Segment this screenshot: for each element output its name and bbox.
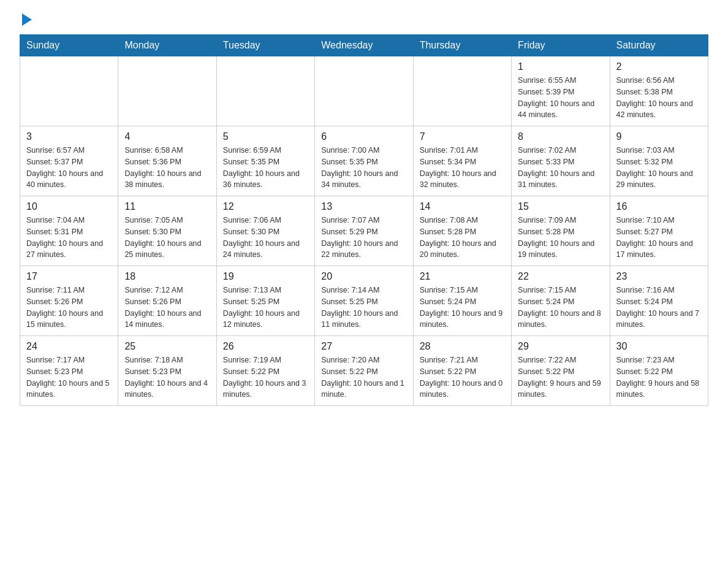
sun-info: Sunrise: 7:09 AMSunset: 5:28 PMDaylight:… (518, 215, 603, 261)
day-number: 29 (518, 341, 603, 352)
col-sunday: Sunday (20, 35, 118, 56)
sun-info: Sunrise: 7:16 AMSunset: 5:24 PMDaylight:… (616, 285, 702, 331)
table-row: 8Sunrise: 7:02 AMSunset: 5:33 PMDaylight… (512, 126, 610, 196)
day-number: 1 (518, 61, 603, 72)
day-number: 9 (616, 131, 702, 142)
sun-info: Sunrise: 7:13 AMSunset: 5:25 PMDaylight:… (223, 285, 308, 331)
day-number: 7 (420, 131, 505, 142)
day-number: 24 (26, 341, 112, 352)
table-row: 18Sunrise: 7:12 AMSunset: 5:26 PMDayligh… (118, 266, 216, 336)
table-row: 20Sunrise: 7:14 AMSunset: 5:25 PMDayligh… (315, 266, 413, 336)
sun-info: Sunrise: 7:17 AMSunset: 5:23 PMDaylight:… (26, 354, 112, 400)
table-row: 17Sunrise: 7:11 AMSunset: 5:26 PMDayligh… (20, 266, 118, 336)
day-number: 10 (26, 201, 112, 212)
table-row (315, 56, 413, 126)
day-number: 28 (420, 341, 505, 352)
table-row: 14Sunrise: 7:08 AMSunset: 5:28 PMDayligh… (413, 196, 511, 266)
logo (20, 15, 33, 25)
sun-info: Sunrise: 7:08 AMSunset: 5:28 PMDaylight:… (420, 215, 505, 261)
logo-triangle-icon (22, 13, 32, 26)
day-number: 2 (616, 61, 702, 72)
table-row: 2Sunrise: 6:56 AMSunset: 5:38 PMDaylight… (610, 56, 708, 126)
table-row: 24Sunrise: 7:17 AMSunset: 5:23 PMDayligh… (20, 336, 118, 406)
table-row: 23Sunrise: 7:16 AMSunset: 5:24 PMDayligh… (610, 266, 708, 336)
sun-info: Sunrise: 6:56 AMSunset: 5:38 PMDaylight:… (616, 75, 702, 121)
sun-info: Sunrise: 7:02 AMSunset: 5:33 PMDaylight:… (518, 145, 603, 191)
day-number: 22 (518, 271, 603, 282)
table-row: 30Sunrise: 7:23 AMSunset: 5:22 PMDayligh… (610, 336, 708, 406)
day-number: 27 (321, 341, 406, 352)
sun-info: Sunrise: 7:20 AMSunset: 5:22 PMDaylight:… (321, 354, 406, 400)
sun-info: Sunrise: 6:58 AMSunset: 5:36 PMDaylight:… (124, 145, 210, 191)
sun-info: Sunrise: 7:12 AMSunset: 5:26 PMDaylight:… (124, 285, 210, 331)
day-number: 14 (420, 201, 505, 212)
table-row (413, 56, 511, 126)
table-row: 28Sunrise: 7:21 AMSunset: 5:22 PMDayligh… (413, 336, 511, 406)
day-number: 23 (616, 271, 702, 282)
sun-info: Sunrise: 7:19 AMSunset: 5:22 PMDaylight:… (223, 354, 308, 400)
calendar-week-row: 24Sunrise: 7:17 AMSunset: 5:23 PMDayligh… (20, 336, 708, 406)
calendar-week-row: 1Sunrise: 6:55 AMSunset: 5:39 PMDaylight… (20, 56, 708, 126)
col-monday: Monday (118, 35, 216, 56)
col-saturday: Saturday (610, 35, 708, 56)
table-row: 4Sunrise: 6:58 AMSunset: 5:36 PMDaylight… (118, 126, 216, 196)
sun-info: Sunrise: 7:15 AMSunset: 5:24 PMDaylight:… (518, 285, 603, 331)
day-number: 12 (223, 201, 308, 212)
sun-info: Sunrise: 7:22 AMSunset: 5:22 PMDaylight:… (518, 354, 603, 400)
table-row (20, 56, 118, 126)
day-number: 11 (124, 201, 210, 212)
day-number: 3 (26, 131, 112, 142)
sun-info: Sunrise: 7:00 AMSunset: 5:35 PMDaylight:… (321, 145, 406, 191)
table-row (216, 56, 314, 126)
table-row: 6Sunrise: 7:00 AMSunset: 5:35 PMDaylight… (315, 126, 413, 196)
day-number: 16 (616, 201, 702, 212)
calendar-week-row: 3Sunrise: 6:57 AMSunset: 5:37 PMDaylight… (20, 126, 708, 196)
calendar-week-row: 17Sunrise: 7:11 AMSunset: 5:26 PMDayligh… (20, 266, 708, 336)
table-row: 11Sunrise: 7:05 AMSunset: 5:30 PMDayligh… (118, 196, 216, 266)
day-number: 8 (518, 131, 603, 142)
table-row: 16Sunrise: 7:10 AMSunset: 5:27 PMDayligh… (610, 196, 708, 266)
table-row: 25Sunrise: 7:18 AMSunset: 5:23 PMDayligh… (118, 336, 216, 406)
col-wednesday: Wednesday (315, 35, 413, 56)
table-row: 15Sunrise: 7:09 AMSunset: 5:28 PMDayligh… (512, 196, 610, 266)
sun-info: Sunrise: 7:07 AMSunset: 5:29 PMDaylight:… (321, 215, 406, 261)
sun-info: Sunrise: 7:06 AMSunset: 5:30 PMDaylight:… (223, 215, 308, 261)
page-header (20, 15, 708, 25)
day-number: 21 (420, 271, 505, 282)
day-number: 19 (223, 271, 308, 282)
sun-info: Sunrise: 7:21 AMSunset: 5:22 PMDaylight:… (420, 354, 505, 400)
table-row: 22Sunrise: 7:15 AMSunset: 5:24 PMDayligh… (512, 266, 610, 336)
day-number: 26 (223, 341, 308, 352)
sun-info: Sunrise: 7:11 AMSunset: 5:26 PMDaylight:… (26, 285, 112, 331)
table-row: 13Sunrise: 7:07 AMSunset: 5:29 PMDayligh… (315, 196, 413, 266)
col-friday: Friday (512, 35, 610, 56)
day-number: 25 (124, 341, 210, 352)
day-number: 13 (321, 201, 406, 212)
calendar-table: Sunday Monday Tuesday Wednesday Thursday… (20, 34, 708, 406)
sun-info: Sunrise: 7:23 AMSunset: 5:22 PMDaylight:… (616, 354, 702, 400)
sun-info: Sunrise: 6:57 AMSunset: 5:37 PMDaylight:… (26, 145, 112, 191)
table-row: 29Sunrise: 7:22 AMSunset: 5:22 PMDayligh… (512, 336, 610, 406)
table-row: 12Sunrise: 7:06 AMSunset: 5:30 PMDayligh… (216, 196, 314, 266)
table-row: 7Sunrise: 7:01 AMSunset: 5:34 PMDaylight… (413, 126, 511, 196)
table-row: 21Sunrise: 7:15 AMSunset: 5:24 PMDayligh… (413, 266, 511, 336)
sun-info: Sunrise: 7:10 AMSunset: 5:27 PMDaylight:… (616, 215, 702, 261)
day-number: 30 (616, 341, 702, 352)
day-number: 15 (518, 201, 603, 212)
table-row: 27Sunrise: 7:20 AMSunset: 5:22 PMDayligh… (315, 336, 413, 406)
sun-info: Sunrise: 7:14 AMSunset: 5:25 PMDaylight:… (321, 285, 406, 331)
day-number: 4 (124, 131, 210, 142)
day-number: 17 (26, 271, 112, 282)
calendar-header-row: Sunday Monday Tuesday Wednesday Thursday… (20, 35, 708, 56)
day-number: 6 (321, 131, 406, 142)
table-row: 1Sunrise: 6:55 AMSunset: 5:39 PMDaylight… (512, 56, 610, 126)
sun-info: Sunrise: 6:59 AMSunset: 5:35 PMDaylight:… (223, 145, 308, 191)
table-row: 5Sunrise: 6:59 AMSunset: 5:35 PMDaylight… (216, 126, 314, 196)
day-number: 20 (321, 271, 406, 282)
sun-info: Sunrise: 7:05 AMSunset: 5:30 PMDaylight:… (124, 215, 210, 261)
table-row: 26Sunrise: 7:19 AMSunset: 5:22 PMDayligh… (216, 336, 314, 406)
table-row: 9Sunrise: 7:03 AMSunset: 5:32 PMDaylight… (610, 126, 708, 196)
table-row: 10Sunrise: 7:04 AMSunset: 5:31 PMDayligh… (20, 196, 118, 266)
sun-info: Sunrise: 7:01 AMSunset: 5:34 PMDaylight:… (420, 145, 505, 191)
col-tuesday: Tuesday (216, 35, 314, 56)
